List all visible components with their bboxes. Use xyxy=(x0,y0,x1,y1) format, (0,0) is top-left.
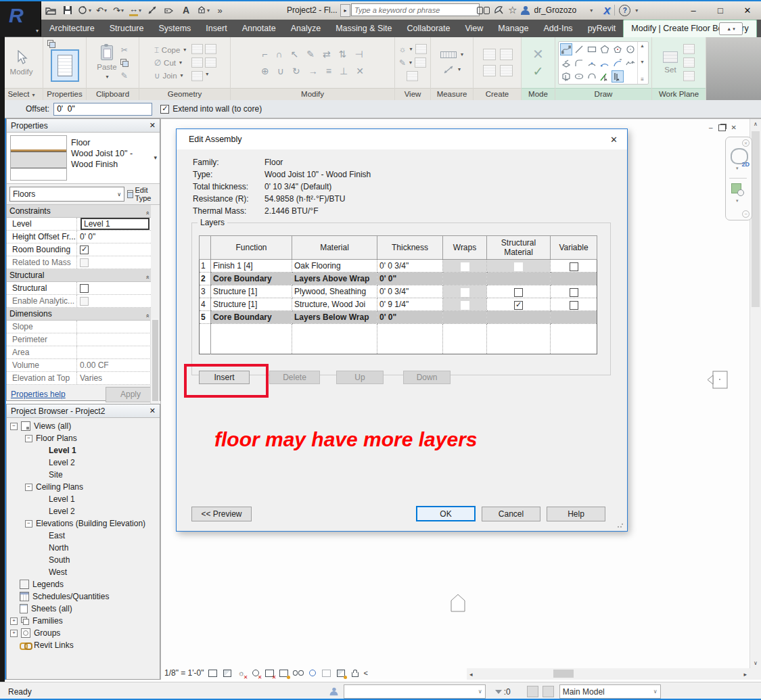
create-group-icon[interactable] xyxy=(500,49,513,60)
tangent-arc-tool-icon[interactable] xyxy=(612,57,624,69)
collapse-node-icon[interactable]: − xyxy=(25,520,32,528)
property-row-volume[interactable]: Volume0.00 CF xyxy=(7,359,151,372)
undo-icon[interactable]: ↶▾ xyxy=(94,3,109,17)
save-icon[interactable] xyxy=(60,3,75,17)
design-option-select[interactable]: Main Model ∨ xyxy=(559,684,661,699)
sync-icon[interactable]: ▾ xyxy=(77,3,92,17)
reveal-constraints-icon[interactable] xyxy=(350,668,361,678)
tree-item-site[interactable]: Site xyxy=(7,469,160,481)
tag-icon[interactable] xyxy=(162,3,177,17)
qat-overflow-icon[interactable]: » xyxy=(212,3,227,17)
partial-ellipse-tool-icon[interactable] xyxy=(586,70,598,83)
user-dropdown-icon[interactable]: ▾ xyxy=(590,7,593,14)
create-assembly-icon[interactable] xyxy=(500,65,513,76)
tree-item-north[interactable]: North xyxy=(7,542,160,554)
layer-row-4[interactable]: 4 Structure [1] Structure, Wood Joi 0' 9… xyxy=(200,298,597,311)
panel-label-select[interactable]: Select ▾ xyxy=(0,88,43,100)
collapse-node-icon[interactable]: − xyxy=(25,435,32,442)
help-button[interactable]: Help xyxy=(547,507,605,521)
match-type-icon[interactable]: ✎ xyxy=(121,71,128,80)
dialog-close-icon[interactable]: ✕ xyxy=(610,135,618,145)
mirror-icon[interactable]: ⊣ xyxy=(354,49,363,60)
level-value[interactable]: Level 1 xyxy=(80,218,149,230)
join-button[interactable]: ∪Join▾ xyxy=(154,71,183,80)
wall-joins-icon[interactable] xyxy=(191,57,203,68)
status-button-2[interactable] xyxy=(543,686,554,697)
tab-pyrevit[interactable]: pyRevit xyxy=(580,20,624,37)
pick-walls-tool-icon[interactable] xyxy=(612,70,624,83)
ellipse-tool-icon[interactable] xyxy=(573,70,585,83)
rotate-icon[interactable]: ↻ xyxy=(292,66,300,76)
section-dimensions[interactable]: Dimensions» xyxy=(7,308,151,321)
help-dropdown-icon[interactable]: ▾ xyxy=(635,7,638,14)
shadows-icon[interactable] xyxy=(250,668,261,678)
search-expand-icon[interactable]: ▸ xyxy=(340,4,350,17)
row-number[interactable]: 3 xyxy=(200,285,211,298)
measure-icon[interactable]: ↔▾ xyxy=(128,3,143,17)
view-scale[interactable]: 1/8" = 1'-0" xyxy=(164,668,204,678)
finish-sketch-icon[interactable]: ✓ xyxy=(533,64,544,79)
move-icon[interactable]: ⊕ xyxy=(261,66,269,76)
preview-button[interactable]: << Preview xyxy=(191,507,252,521)
expand-node-icon[interactable]: + xyxy=(10,630,18,637)
view-restore-icon[interactable] xyxy=(718,124,726,131)
crop-view-icon[interactable] xyxy=(264,668,275,678)
elevation-marker[interactable] xyxy=(707,371,729,390)
tree-item-legends[interactable]: Legends xyxy=(7,578,160,590)
scrollbar-thumb[interactable] xyxy=(752,131,760,307)
row-number[interactable]: 4 xyxy=(200,298,211,311)
scroll-down-icon[interactable]: ∨ xyxy=(750,660,761,666)
view-minimize-icon[interactable]: – xyxy=(709,124,713,131)
circumscribed-polygon-tool-icon[interactable] xyxy=(612,43,624,55)
variable-checkbox[interactable] xyxy=(570,301,578,310)
zoom-dropdown-icon[interactable]: ▾ xyxy=(736,198,739,204)
viewer-icon[interactable] xyxy=(683,71,695,81)
thickness-cell[interactable]: 0' 0 3/4" xyxy=(377,260,443,273)
tab-collaborate[interactable]: Collaborate xyxy=(400,20,458,37)
horizontal-scrollbar[interactable]: ◂ ▸ xyxy=(467,668,750,680)
tree-item-revit-links[interactable]: Revit Links xyxy=(7,639,160,651)
cope-button[interactable]: ⌶Cope▾ xyxy=(154,45,187,55)
copy-to-clipboard-icon[interactable] xyxy=(120,59,129,67)
offset-input[interactable] xyxy=(53,103,152,116)
structural-material-checkbox[interactable] xyxy=(514,301,523,310)
delete-icon[interactable]: ✕ xyxy=(356,66,364,76)
expand-node-icon[interactable]: + xyxy=(10,617,18,625)
detail-level-icon[interactable] xyxy=(208,668,218,678)
property-row-perimeter[interactable]: Perimeter xyxy=(7,333,151,346)
editing-requests-count[interactable]: :0 xyxy=(504,687,511,697)
panel-label-clipboard[interactable]: Clipboard xyxy=(87,88,139,100)
variable-checkbox[interactable] xyxy=(570,262,578,271)
worksharing-display-icon[interactable] xyxy=(336,668,346,678)
cancel-button[interactable]: Cancel xyxy=(482,507,540,521)
status-expand-icon[interactable]: < xyxy=(364,669,368,677)
favorites-star-icon[interactable]: ☆ xyxy=(508,3,517,18)
pick-plane-tool-icon[interactable] xyxy=(560,57,572,69)
edit-type-button[interactable]: Edit Type xyxy=(127,186,157,202)
linework-icon[interactable]: ✎ xyxy=(399,58,406,68)
tree-item-views-all[interactable]: −Views (all) xyxy=(7,420,160,432)
row-number[interactable]: 2 xyxy=(200,273,211,285)
panel-label-create[interactable]: Create xyxy=(474,88,521,100)
open-icon[interactable] xyxy=(43,3,58,17)
scrollbar-thumb[interactable] xyxy=(152,320,158,401)
split-with-gap-icon[interactable]: ✎ xyxy=(306,49,315,60)
properties-header[interactable]: Properties ✕ xyxy=(7,119,160,133)
tree-item-level-1[interactable]: Level 1 xyxy=(7,444,160,457)
exchange-apps-icon[interactable]: Χ xyxy=(603,3,610,18)
pin-icon[interactable]: ⊥ xyxy=(340,66,348,76)
ref-plane-icon[interactable] xyxy=(683,57,695,68)
tab-annotate[interactable]: Annotate xyxy=(235,20,283,37)
property-row-area[interactable]: Area xyxy=(7,346,151,359)
collapse-node-icon[interactable]: − xyxy=(25,484,32,491)
variable-checkbox[interactable] xyxy=(570,288,578,297)
dialog-title-bar[interactable]: Edit Assembly ✕ xyxy=(177,129,627,149)
sun-path-icon[interactable]: ☼ xyxy=(236,668,247,678)
panel-label-measure[interactable]: Measure xyxy=(431,88,473,100)
function-cell[interactable]: Finish 1 [4] xyxy=(211,260,292,273)
rectangle-tool-icon[interactable] xyxy=(586,43,598,55)
active-workset-select[interactable]: ∨ xyxy=(344,684,486,699)
status-button-1[interactable] xyxy=(527,686,538,697)
property-row-room-bounding[interactable]: Room Bounding xyxy=(7,243,151,256)
layer-row-1[interactable]: 1 Finish 1 [4] Oak Flooring 0' 0 3/4" xyxy=(200,260,597,273)
